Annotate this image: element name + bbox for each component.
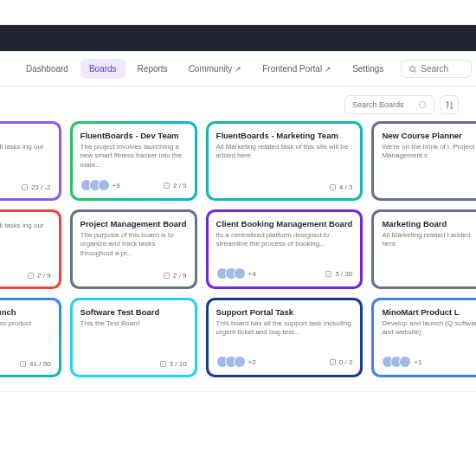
board-card[interactable]: Centralated to handle all tasks ing our … [0, 121, 61, 201]
board-meta: +92 / 5 [80, 179, 187, 191]
tab-community-label: Community [189, 64, 233, 74]
board-title: Marketing Board [382, 219, 476, 228]
tab-boards[interactable]: Boards [80, 59, 125, 79]
board-desc: All Marketing related t added here [382, 231, 476, 249]
board-title: Client Booking Management Board [216, 219, 353, 228]
tab-frontend-portal[interactable]: Frontend Portal↗ [254, 59, 340, 79]
board-desc: ated to handle all tasks ing our late... [0, 222, 51, 240]
tasks-icon [19, 360, 27, 368]
board-desc: Develop and launch (Q software and websi… [382, 319, 476, 338]
board-desc: The purpose of this board is to organize… [80, 231, 187, 258]
board-title: Central [0, 131, 51, 140]
avatar-extra: +4 [248, 270, 256, 278]
search-icon [408, 65, 417, 74]
board-meta: 41 / 50 [0, 360, 51, 368]
task-count: 41 / 50 [19, 360, 50, 368]
clear-icon [418, 100, 427, 109]
task-count: 3 / 10 [159, 360, 187, 368]
tab-community[interactable]: Community↗ [180, 59, 251, 79]
tab-reports[interactable]: Reports [129, 59, 177, 79]
board-meta: 2 / 9 [80, 272, 187, 280]
board-desc: This board has all the support task incl… [216, 319, 353, 338]
svg-line-1 [415, 70, 416, 72]
board-title: Support Portal Task [216, 307, 353, 317]
board-card[interactable]: FluentBoards - Marketing TeamAll Marketi… [206, 121, 363, 201]
tasks-icon [329, 358, 337, 366]
board-desc: The project involves launching a new sma… [80, 143, 187, 170]
board-desc: We're on the brink of l. Project Managem… [382, 143, 476, 161]
avatar-extra: +9 [113, 182, 120, 190]
avatar [399, 356, 411, 368]
board-desc: ated to handle all tasks ing our late... [0, 143, 51, 161]
board-meta: +20 / 2 [216, 356, 353, 368]
external-icon: ↗ [235, 65, 241, 74]
search-boards-input[interactable] [352, 100, 413, 109]
board-title: MinoMart Product L [382, 307, 476, 317]
tab-frontend-label: Frontend Portal [262, 64, 322, 74]
svg-point-2 [419, 101, 426, 108]
board-card[interactable]: Project Management BoardThe purpose of t… [70, 209, 197, 289]
board-meta: 3 / 10 [80, 360, 187, 368]
task-count: 5 / 30 [325, 270, 352, 278]
board-desc: All Marketing related task of this site … [216, 143, 353, 161]
task-count: 0 / 2 [329, 358, 353, 366]
board-card[interactable]: MinoMart Product LDevelop and launch (Q … [371, 298, 476, 377]
task-count: 2 / 9 [27, 272, 51, 280]
tasks-icon [27, 272, 35, 280]
board-card[interactable]: Client Booking Management BoardIts a cen… [206, 209, 363, 289]
avatar-extra: +2 [248, 358, 256, 366]
board-card[interactable]: Software Launchtures for seamless produc… [0, 298, 61, 377]
tabs-row: Dashboard Boards Reports Community↗ Fron… [0, 52, 476, 87]
svg-point-0 [410, 66, 415, 71]
board-desc: tures for seamless product intuitive use… [0, 319, 51, 338]
tasks-icon [163, 182, 170, 190]
avatar-stack: +1 [382, 356, 421, 368]
global-search[interactable] [401, 60, 472, 78]
tasks-icon [325, 270, 332, 278]
board-title: FluentBoards - Marketing Team [216, 131, 353, 140]
board-desc: Its a centralized platform designed to s… [216, 231, 353, 249]
board-title: FluentBoards - Dev Team [80, 131, 187, 140]
task-count: 2 / 9 [163, 272, 187, 280]
avatar-stack: +9 [80, 179, 120, 191]
global-search-input[interactable] [421, 64, 464, 74]
tab-dashboard[interactable]: Dashboard [17, 59, 77, 79]
app-topbar [0, 24, 476, 52]
board-title: Project Management Board [80, 219, 187, 228]
task-count: 2 / 5 [163, 182, 187, 190]
board-meta: +45 / 30 [216, 267, 353, 280]
tasks-icon [159, 360, 167, 368]
board-meta: 23 / -2 [0, 183, 51, 191]
avatar [98, 179, 110, 191]
tasks-icon [163, 272, 170, 280]
external-icon: ↗ [325, 65, 331, 74]
board-card[interactable]: FluentBoards - Dev TeamThe project invol… [70, 121, 197, 201]
board-title: New Course Planner [382, 131, 476, 140]
board-meta: 4 / 3 [216, 183, 353, 191]
boards-grid: Centralated to handle all tasks ing our … [0, 121, 476, 386]
task-count: 23 / -2 [21, 183, 51, 191]
sort-button[interactable] [440, 95, 459, 114]
search-boards[interactable] [344, 95, 434, 114]
board-card[interactable]: Support Portal TaskThis board has all th… [206, 298, 363, 377]
board-card[interactable]: Software Test BoardThis the Test Board3 … [70, 298, 197, 377]
board-title: Software Test Board [80, 307, 187, 317]
tasks-icon [329, 183, 337, 191]
task-count: 4 / 3 [329, 183, 353, 191]
board-title: Software Launch [0, 307, 51, 317]
avatar [234, 356, 246, 368]
sort-icon [445, 100, 454, 110]
avatar [234, 267, 246, 280]
tab-settings[interactable]: Settings [344, 59, 392, 79]
board-card[interactable]: New Course PlannerWe're on the brink of … [371, 121, 476, 201]
board-desc: This the Test Board [80, 319, 187, 328]
tasks-icon [21, 183, 29, 191]
board-meta: 2 / 9 [0, 272, 51, 280]
footer-divider [0, 391, 476, 392]
board-meta: +1 [382, 356, 476, 368]
toolbar-row [0, 87, 476, 121]
board-card[interactable]: Marketing BoardAll Marketing related t a… [371, 209, 476, 289]
avatar-stack: +2 [216, 356, 256, 368]
board-card[interactable]: ated to handle all tasks ing our late...… [0, 209, 61, 289]
avatar-stack: +4 [216, 267, 256, 280]
